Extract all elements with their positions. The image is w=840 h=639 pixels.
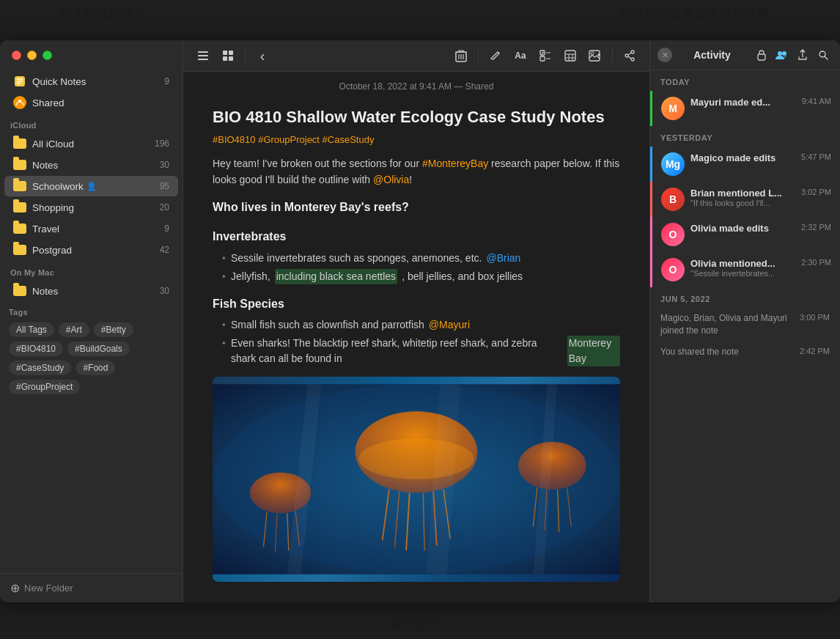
export-button[interactable] [793,46,812,64]
travel-badge: 9 [164,224,169,234]
tag-groupproject[interactable]: #GroupProject [9,380,80,394]
quick-notes-badge: 9 [164,76,169,86]
list-view-button[interactable] [192,46,214,65]
quick-notes-icon [13,75,26,88]
sidebar-item-postgrad[interactable]: Postgrad 42 [4,240,178,260]
quick-notes-label: Quick Notes [32,76,86,87]
tag-betty[interactable]: #Betty [94,322,133,337]
toolbar-sep-3 [612,48,613,63]
mayuri-mention: @Mayuri [429,317,470,333]
brian-snippet: "If this looks good I'll... [690,199,795,207]
brian-name: Brian mentioned L... [690,188,795,199]
delete-button[interactable] [450,46,472,65]
tag-buildgoals[interactable]: #BuildGoals [67,341,130,356]
sidebar-content: Quick Notes 9 Shared iCloud [0,67,183,573]
sidebar-item-quick-notes[interactable]: Quick Notes 9 [4,71,178,92]
avatar-brian: B [661,188,685,211]
all-icloud-label: All iCloud [32,138,74,149]
format-button[interactable]: Aa [509,46,531,65]
notes-mac-badge: 30 [160,286,169,296]
shopping-icon [13,201,26,214]
activity-item-mayuri[interactable]: M Mayuri made ed... 9:41 AM [650,91,840,126]
svg-line-17 [498,52,499,53]
svg-rect-18 [540,51,545,55]
postgrad-icon [13,243,26,256]
tag-bio4810[interactable]: #BIO4810 [9,341,63,356]
checklist-button[interactable] [534,46,556,65]
tags-section: Tags All Tags #Art #Betty #BIO4810 #Buil… [0,302,183,400]
compose-button[interactable] [485,46,506,65]
bottom-annotation: 瀏覽標籤。 [389,616,452,633]
travel-icon [13,222,26,235]
activity-item-olivia-mention[interactable]: O Olivia mentioned... "Sessile invertebr… [650,252,840,287]
activity-right-toolbar [752,46,833,64]
svg-rect-7 [198,59,208,60]
olivia-edits-time: 2:32 PM [801,223,831,232]
note-content-area[interactable]: BIO 4810 Shallow Water Ecology Case Stud… [183,92,649,602]
activity-text-olivia-edits: Olivia made edits [690,223,795,234]
mayuri-time: 9:41 AM [802,97,831,106]
activity-item-magico[interactable]: Mg Magico made edits 5:47 PM [650,147,840,182]
olivia-mention-name: Olivia mentioned... [690,258,795,269]
all-icloud-icon [13,137,26,150]
new-folder-button[interactable]: ⊕ New Folder [0,573,183,602]
share-note-button[interactable] [619,46,641,65]
tag-all-tags[interactable]: All Tags [9,322,54,337]
olivia-mention-time: 2:30 PM [801,258,831,267]
grid-view-button[interactable] [217,46,239,65]
activity-text-brian: Brian mentioned L... "If this looks good… [690,188,795,207]
notes-icloud-icon [13,158,26,171]
media-button[interactable] [584,46,606,65]
tag-casestudy[interactable]: #CaseStudy [9,361,71,375]
shopping-badge: 20 [160,202,169,213]
tag-food[interactable]: #Food [75,361,115,375]
monterey-mention: #MontereyBay [422,158,488,169]
svg-point-31 [631,58,634,61]
back-button[interactable]: ‹ [251,46,273,65]
svg-line-61 [825,56,828,59]
event-joined-time: 3:00 PM [800,312,830,323]
travel-label: Travel [32,224,59,234]
mayuri-name: Mayuri made ed... [690,97,796,108]
notes-mac-label: Notes [32,286,58,297]
maximize-button[interactable] [43,51,52,60]
top-right-annotation: 檢視合作者更新項目的摘要。 [619,6,781,38]
minimize-button[interactable] [27,51,37,60]
tags-container: All Tags #Art #Betty #BIO4810 #BuildGoal… [9,322,174,394]
tags-section-label: Tags [9,308,174,317]
schoolwork-icon [13,180,26,193]
sidebar-item-notes-mac[interactable]: Notes 30 [4,281,178,301]
activity-item-olivia-edits[interactable]: O Olivia made edits 2:32 PM [650,217,840,252]
close-button[interactable] [12,51,21,60]
activity-item-brian[interactable]: B Brian mentioned L... "If this looks go… [650,182,840,217]
activity-title: Activity [693,49,731,61]
all-icloud-badge: 196 [155,138,169,149]
activity-text-magico: Magico made edits [690,152,795,163]
olivia-mention: @Olivia [373,174,409,185]
search-button[interactable] [814,46,833,64]
activity-close-button[interactable]: ✕ [657,48,672,62]
activity-event-joined: 3:00 PM Magico, Brian, Olivia and Mayuri… [650,308,840,341]
top-annotation-bar: 加入標籤和提及。 檢視合作者更新項目的摘要。 [0,0,840,44]
olivia-mention-snippet: "Sessile invertebrates... [690,269,795,278]
table-button[interactable] [559,46,581,65]
lock-button[interactable] [752,46,771,64]
olivia-edits-name: Olivia made edits [690,223,795,234]
svg-rect-22 [565,51,575,61]
event-shared-text: You shared the note [660,347,739,357]
app-window: Quick Notes 9 Shared iCloud [0,40,840,602]
sidebar-item-travel[interactable]: Travel 9 [4,218,178,239]
top-left-annotation: 加入標籤和提及。 [59,6,158,38]
sidebar-item-schoolwork[interactable]: Schoolwork 👤 95 [4,176,178,196]
svg-point-59 [782,51,786,56]
avatar-magico: Mg [661,152,685,176]
tag-art[interactable]: #Art [59,322,89,337]
sidebar-item-shared[interactable]: Shared [4,92,178,113]
collab-button[interactable] [773,46,792,64]
sidebar-item-notes-icloud[interactable]: Notes 30 [4,155,178,175]
sidebar-item-shopping[interactable]: Shopping 20 [4,197,178,218]
svg-rect-10 [223,56,227,61]
brian-mention: @Brian [486,251,520,266]
sidebar-item-all-icloud[interactable]: All iCloud 196 [4,133,178,154]
today-header: TODAY [650,70,840,91]
